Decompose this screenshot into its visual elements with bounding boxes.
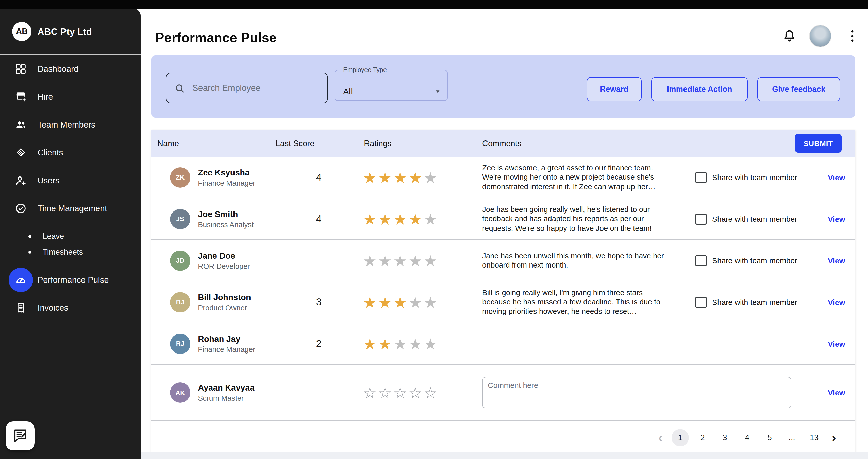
sidebar-item-label: Hire [37,92,53,101]
pagination-page-3[interactable]: 3 [716,429,734,446]
search-box [166,72,328,103]
view-link[interactable]: View [828,215,853,223]
chat-button[interactable] [6,422,34,450]
performance-table: Name Last Score Ratings Comments SUBMIT … [151,130,855,455]
star-rating[interactable]: ★★★★★ [363,335,459,352]
employee-avatar: JD [170,250,190,270]
last-score-value: 4 [304,213,334,224]
table-row: ZKZee KsyushaFinance Manager4★★★★★Zee is… [151,157,855,198]
comment-input [482,377,792,408]
table-row: AKAyaan KavyaaScrum Master☆☆☆☆☆View [151,365,855,421]
employee-name: Jane Doe [198,251,315,260]
share-label: Share with team member [712,256,797,265]
sidebar-subitem-label: Leave [43,232,64,241]
employee-type-select[interactable]: Employee Type All [335,66,448,101]
pagination-ellipsis: ... [783,429,801,446]
pagination-page-1[interactable]: 1 [672,429,689,446]
pagination-page-5[interactable]: 5 [761,429,778,446]
table-row: JSJoe SmithBusiness Analyst4★★★★★Joe has… [151,198,855,240]
table-body: ZKZee KsyushaFinance Manager4★★★★★Zee is… [151,157,855,421]
column-comments: Comments [482,139,522,148]
employee-name: Bill Johnston [198,292,315,302]
star-rating[interactable]: ★★★★★ [363,169,459,185]
dashboard-icon [13,61,28,76]
sidebar-item-time-management[interactable]: Time Management [0,194,141,222]
search-input[interactable] [191,83,328,94]
column-ratings: Ratings [364,139,392,148]
sidebar-item-dashboard[interactable]: Dashboard [0,55,141,83]
users-icon [13,173,28,188]
sidebar-item-users[interactable]: Users [0,166,141,194]
bell-icon [782,36,797,45]
app-window: AB ABC Pty Ltd DashboardHireTeam Members… [0,0,868,459]
table-header: Name Last Score Ratings Comments SUBMIT [151,130,855,157]
share-checkbox[interactable] [695,213,707,224]
employee-role: Finance Manager [198,179,315,187]
star-rating[interactable]: ☆☆☆☆☆ [363,385,459,401]
company-initials: AB [16,27,28,36]
reward-button[interactable]: Reward [587,77,642,101]
employee-type-value: All [343,87,353,97]
sidebar-item-label: Invoices [37,303,68,313]
main-area: Performance Pulse Employee Type All Rewa… [141,9,868,459]
employee-avatar: ZK [170,167,190,187]
notifications-button[interactable] [782,29,797,43]
time-management-icon [13,201,28,216]
table-row: RJRohan JayFinance Manager2★★★★★View [151,323,855,365]
company-name: ABC Pty Ltd [37,27,92,37]
pagination-page-4[interactable]: 4 [739,429,756,446]
employee-name: Zee Ksyusha [198,168,315,177]
share-checkbox[interactable] [695,296,707,307]
user-avatar[interactable] [809,25,832,47]
table-row: JDJane DoeROR Developer★★★★★Jane has bee… [151,240,855,282]
view-link[interactable]: View [828,339,853,348]
sidebar-item-team-members[interactable]: Team Members [0,110,141,138]
filter-panel: Employee Type All Reward Immediate Actio… [151,55,855,118]
pagination-prev[interactable]: ‹ [654,429,666,446]
comment-textarea[interactable] [483,378,791,408]
star-rating[interactable]: ★★★★★ [363,294,459,310]
sidebar-item-invoices[interactable]: Invoices [0,294,141,322]
last-score-value: 2 [304,338,334,349]
pagination-page-2[interactable]: 2 [694,429,711,446]
company-logo: AB [12,22,31,41]
comment-text: Zee is awesome, a great asset to our fin… [482,163,673,192]
sidebar-item-clients[interactable]: Clients [0,138,141,166]
sidebar-subitem-timesheets[interactable]: Timesheets [0,244,141,260]
give-feedback-button[interactable]: Give feedback [757,77,840,101]
chat-compose-icon [12,427,28,445]
share-label: Share with team member [712,215,797,223]
employee-avatar: BJ [170,292,190,312]
submit-button[interactable]: SUBMIT [795,134,842,153]
view-link[interactable]: View [828,298,853,306]
last-score-value: 4 [304,172,334,183]
column-last-score: Last Score [276,139,314,148]
sidebar: AB ABC Pty Ltd DashboardHireTeam Members… [0,9,141,459]
pagination: ‹12345...13› [654,429,840,446]
sidebar-subitem-leave[interactable]: Leave [0,228,141,244]
comment-text: Jane has been unwell this month, we hope… [482,251,673,270]
view-link[interactable]: View [828,388,853,397]
sidebar-nav: DashboardHireTeam MembersClientsUsersTim… [0,55,141,322]
employee-type-label: Employee Type [340,66,390,73]
star-rating[interactable]: ★★★★★ [363,252,459,268]
kebab-icon [847,36,857,45]
top-black-bar [0,0,868,9]
sidebar-item-performance-pulse[interactable]: Performance Pulse [0,266,141,294]
employee-avatar: JS [170,209,190,229]
share-checkbox[interactable] [695,172,707,183]
employee-name: Ayaan Kavyaa [198,383,315,393]
star-rating[interactable]: ★★★★★ [363,211,459,227]
share-checkbox[interactable] [695,255,707,266]
view-link[interactable]: View [828,173,853,182]
view-link[interactable]: View [828,256,853,265]
immediate-action-button[interactable]: Immediate Action [651,77,748,101]
overflow-menu-button[interactable] [847,29,857,43]
team-members-icon [13,117,28,132]
sidebar-item-hire[interactable]: Hire [0,83,141,110]
last-score-value: 3 [304,296,334,307]
share-label: Share with team member [712,173,797,182]
bottom-strip [141,452,868,459]
pagination-page-13[interactable]: 13 [806,429,823,446]
pagination-next[interactable]: › [828,429,840,446]
